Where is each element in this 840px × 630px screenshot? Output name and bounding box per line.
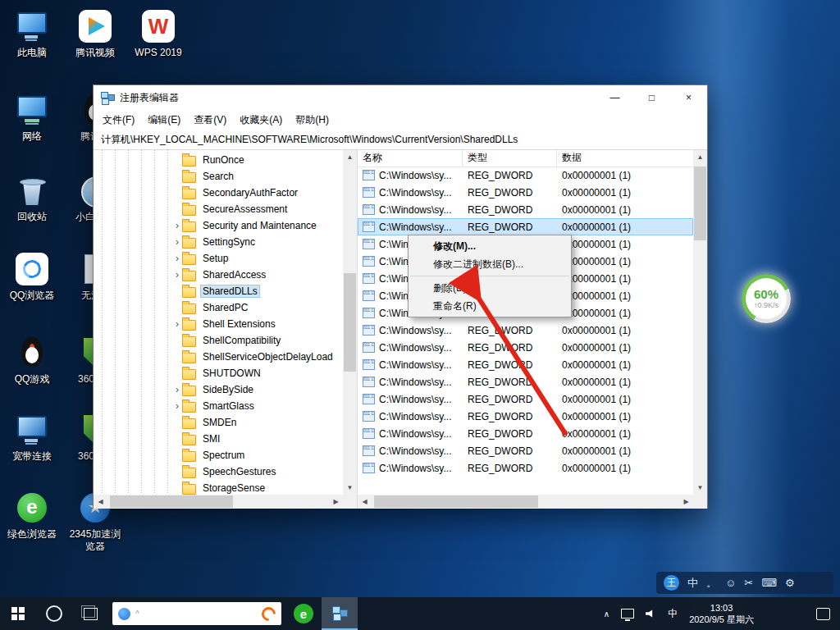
desktop-icon[interactable]: 网络: [2, 92, 62, 143]
tree-item[interactable]: ›SettingSync: [94, 234, 343, 250]
menu-item[interactable]: 编辑(E): [141, 110, 187, 130]
desktop-icon[interactable]: 回收站: [2, 172, 62, 223]
expand-chevron-icon[interactable]: ›: [172, 236, 182, 248]
taskbar-search-box[interactable]: ^: [112, 602, 281, 625]
tree-item[interactable]: SMDEn: [94, 414, 343, 431]
task-view-button[interactable]: [72, 597, 108, 630]
scroll-right-icon[interactable]: ▶: [679, 495, 693, 509]
expand-chevron-icon[interactable]: ›: [172, 318, 182, 330]
title-bar[interactable]: 注册表编辑器 — □ ×: [94, 85, 707, 110]
registry-value-row[interactable]: C:\Windows\sy...REG_DWORD0x00000001 (1): [358, 201, 693, 218]
context-menu-item[interactable]: 修改(M)...: [409, 237, 571, 255]
tree-item[interactable]: SHUTDOWN: [94, 365, 343, 381]
input-method-indicator[interactable]: 中: [668, 607, 678, 621]
scroll-left-icon[interactable]: ◀: [358, 495, 372, 509]
tree-vertical-scrollbar[interactable]: ▲ ▼: [343, 150, 357, 495]
cortana-button[interactable]: [36, 597, 72, 630]
tree-item[interactable]: ›SmartGlass: [94, 398, 343, 414]
ime-tool-icon[interactable]: ⌨: [761, 572, 777, 594]
column-header[interactable]: 数据: [557, 150, 693, 167]
registry-value-row[interactable]: C:\Windows\sy...REG_DWORD0x00000001 (1): [358, 184, 693, 201]
registry-value-row[interactable]: C:\Windows\sy...REG_DWORD0x00000001 (1): [358, 459, 693, 477]
tree-item[interactable]: SecondaryAuthFactor: [94, 185, 343, 201]
ime-tool-icon[interactable]: 。: [706, 572, 717, 594]
menu-item[interactable]: 收藏夹(A): [233, 110, 289, 130]
desktop-icon[interactable]: 腾讯视频: [65, 8, 126, 59]
menu-item[interactable]: 帮助(H): [289, 110, 336, 130]
list-horizontal-scrollbar[interactable]: ◀ ▶: [358, 495, 693, 509]
desktop-icon[interactable]: 宽带连接: [2, 412, 62, 463]
menu-item[interactable]: 文件(F): [96, 110, 141, 130]
registry-value-row[interactable]: C:\Windows\sy...REG_DWORD0x00000001 (1): [358, 425, 693, 442]
address-bar[interactable]: 计算机\HKEY_LOCAL_MACHINE\SOFTWARE\Microsof…: [94, 130, 707, 150]
network-tray-icon[interactable]: [621, 609, 634, 619]
registry-value-row[interactable]: C:\Windows\sy...REG_DWORD0x00000001 (1): [358, 390, 693, 408]
tree-hscroll-thumb[interactable]: [110, 495, 233, 508]
ime-tool-icon[interactable]: ⚙: [785, 572, 795, 594]
desktop-icon[interactable]: QQ游戏: [2, 335, 62, 386]
registry-value-row[interactable]: C:\Windows\sy...REG_DWORD0x00000001 (1): [358, 373, 693, 390]
tree-item[interactable]: StorageSense: [94, 480, 343, 495]
list-vertical-scrollbar[interactable]: ▲ ▼: [693, 150, 707, 495]
menu-item[interactable]: 查看(V): [187, 110, 233, 130]
tree-item[interactable]: SMI: [94, 431, 343, 447]
ime-tool-icon[interactable]: 中: [687, 572, 698, 594]
expand-chevron-icon[interactable]: ›: [172, 253, 182, 264]
maximize-button[interactable]: □: [633, 85, 670, 110]
regedit-taskbar-button[interactable]: [322, 597, 358, 630]
expand-chevron-icon[interactable]: ›: [172, 384, 182, 395]
taskbar-clock[interactable]: 13:03 2020/9/5 星期六: [689, 602, 754, 625]
tree-item[interactable]: ShellServiceObjectDelayLoad: [94, 349, 343, 365]
scroll-up-icon[interactable]: ▲: [343, 150, 357, 164]
column-header[interactable]: 名称: [358, 150, 463, 167]
desktop-icon[interactable]: QQ浏览器: [2, 251, 62, 302]
tray-expand-icon[interactable]: ∧: [604, 609, 609, 619]
tree-item[interactable]: SharedPC: [94, 299, 343, 316]
desktop-icon[interactable]: 绿色浏览器: [2, 490, 62, 541]
scroll-up-icon[interactable]: ▲: [693, 150, 707, 164]
green-browser-taskbar-button[interactable]: e: [285, 597, 322, 630]
volume-icon[interactable]: [646, 609, 656, 619]
tree-item[interactable]: SecureAssessment: [94, 201, 343, 217]
action-center-icon[interactable]: [816, 608, 830, 620]
tree-item[interactable]: SpeechGestures: [94, 463, 343, 480]
registry-value-row[interactable]: C:\Windows\sy...REG_DWORD0x00000001 (1): [358, 408, 693, 425]
tree-item[interactable]: ›Setup: [94, 250, 343, 267]
tree-item[interactable]: ›Shell Extensions: [94, 316, 343, 332]
speed-gauge[interactable]: 60% ↑0.9K/s: [742, 274, 791, 323]
expand-chevron-icon[interactable]: ›: [172, 220, 182, 231]
ime-tool-icon[interactable]: ☺: [725, 572, 736, 594]
list-vscroll-thumb[interactable]: [694, 167, 706, 240]
registry-value-row[interactable]: C:\Windows\sy...REG_DWORD0x00000001 (1): [358, 167, 693, 184]
registry-value-row[interactable]: C:\Windows\sy...REG_DWORD0x00000001 (1): [358, 322, 693, 339]
expand-chevron-icon[interactable]: ›: [172, 269, 182, 281]
minimize-button[interactable]: —: [596, 85, 633, 110]
ime-tool-icon[interactable]: ✂: [744, 572, 753, 594]
scroll-down-icon[interactable]: ▼: [693, 481, 707, 495]
tree-vscroll-thumb[interactable]: [344, 273, 356, 372]
close-button[interactable]: ×: [670, 85, 707, 110]
start-button[interactable]: [0, 597, 36, 630]
tree-item[interactable]: RunOnce: [94, 152, 343, 168]
context-menu-item[interactable]: 删除(D): [409, 279, 571, 297]
context-menu-item[interactable]: 重命名(R): [409, 297, 571, 315]
scroll-left-icon[interactable]: ◀: [94, 495, 107, 509]
tree-item[interactable]: SharedDLLs: [94, 283, 343, 299]
registry-value-row[interactable]: C:\Windows\sy...REG_DWORD0x00000001 (1): [358, 339, 693, 356]
registry-value-row[interactable]: C:\Windows\sy...REG_DWORD0x00000001 (1): [358, 442, 693, 459]
registry-value-row[interactable]: C:\Windows\sy...REG_DWORD0x00000001 (1): [358, 218, 693, 235]
scroll-down-icon[interactable]: ▼: [343, 481, 357, 495]
tree-item[interactable]: Search: [94, 168, 343, 185]
expand-chevron-icon[interactable]: ›: [172, 400, 182, 412]
tree-item[interactable]: ›SideBySide: [94, 381, 343, 398]
context-menu-item[interactable]: 修改二进制数据(B)...: [409, 255, 571, 273]
tree-item[interactable]: ShellCompatibility: [94, 332, 343, 349]
tree-item[interactable]: ›Security and Maintenance: [94, 217, 343, 234]
registry-value-row[interactable]: C:\Windows\sy...REG_DWORD0x00000001 (1): [358, 356, 693, 373]
desktop-icon[interactable]: WPS 2019: [128, 8, 189, 59]
desktop-icon[interactable]: 此电脑: [2, 8, 62, 59]
column-header[interactable]: 类型: [463, 150, 557, 167]
ime-logo-icon[interactable]: 王: [664, 575, 679, 591]
scroll-right-icon[interactable]: ▶: [329, 495, 343, 509]
tree-item[interactable]: ›SharedAccess: [94, 267, 343, 283]
